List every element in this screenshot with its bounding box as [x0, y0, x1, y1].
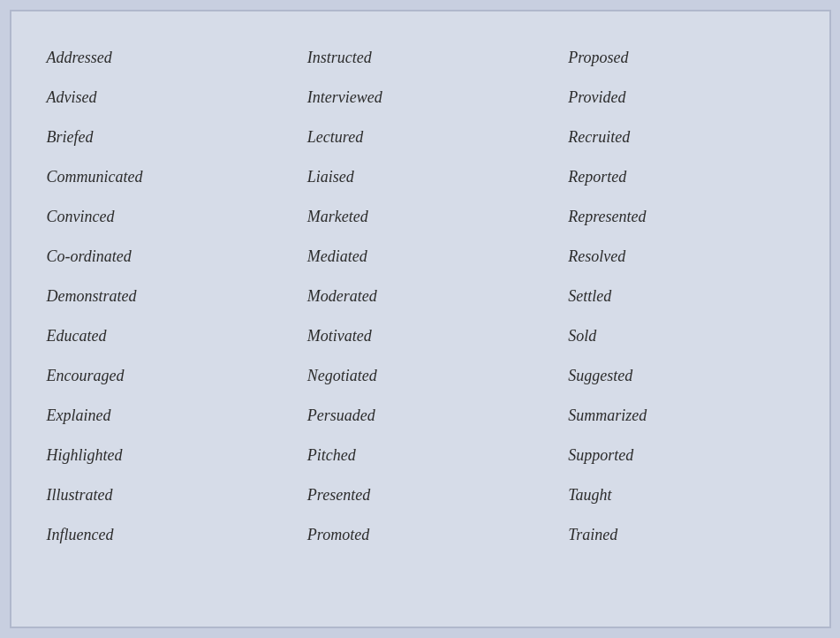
word-item: Promoted	[290, 515, 550, 555]
word-item: Proposed	[550, 38, 811, 78]
word-grid: AddressedInstructedProposedAdvisedInterv…	[29, 38, 812, 555]
word-item: Persuaded	[290, 396, 550, 436]
word-item: Encouraged	[29, 356, 290, 396]
main-container: AddressedInstructedProposedAdvisedInterv…	[10, 10, 831, 628]
word-item: Settled	[550, 277, 811, 316]
word-item: Briefed	[29, 118, 290, 157]
word-item: Suggested	[550, 356, 811, 396]
word-item: Motivated	[290, 316, 550, 356]
word-item: Sold	[550, 316, 811, 356]
word-item: Lectured	[290, 118, 550, 157]
word-item: Negotiated	[290, 356, 550, 396]
word-item: Marketed	[290, 197, 550, 237]
word-item: Explained	[29, 396, 290, 436]
word-item: Represented	[550, 197, 811, 237]
word-item: Presented	[290, 475, 550, 515]
word-item: Interviewed	[290, 78, 550, 118]
word-item: Reported	[550, 157, 811, 197]
word-item: Illustrated	[29, 475, 290, 515]
word-item: Liaised	[290, 157, 550, 197]
word-item: Pitched	[290, 436, 550, 475]
word-item: Trained	[550, 515, 811, 555]
word-item: Provided	[550, 78, 811, 118]
word-item: Communicated	[29, 157, 290, 197]
word-item: Convinced	[29, 197, 290, 237]
word-item: Instructed	[290, 38, 550, 78]
word-item: Moderated	[290, 277, 550, 316]
word-item: Influenced	[29, 515, 290, 555]
word-item: Highlighted	[29, 436, 290, 475]
word-item: Recruited	[550, 118, 811, 157]
word-item: Mediated	[290, 237, 550, 277]
word-item: Educated	[29, 316, 290, 356]
word-item: Advised	[29, 78, 290, 118]
word-item: Taught	[550, 475, 811, 515]
word-item: Resolved	[550, 237, 811, 277]
word-item: Demonstrated	[29, 277, 290, 316]
word-item: Summarized	[550, 396, 811, 436]
word-item: Supported	[550, 436, 811, 475]
word-item: Addressed	[29, 38, 290, 78]
word-item: Co-ordinated	[29, 237, 290, 277]
